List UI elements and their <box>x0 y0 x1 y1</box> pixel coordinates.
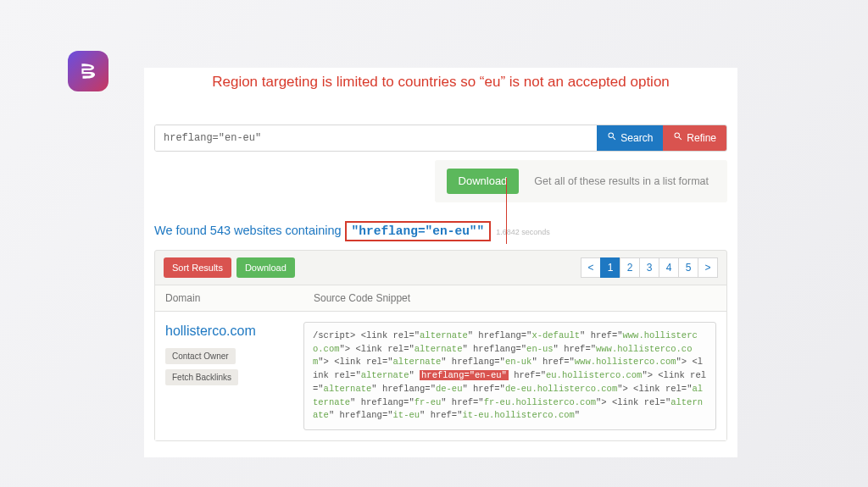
search-results-panel: Region targeting is limited to countries… <box>144 68 737 457</box>
search-button[interactable]: Search <box>597 125 663 151</box>
search-icon <box>673 131 683 144</box>
result-domain-link[interactable]: hollisterco.com <box>165 324 293 339</box>
results-summary-term: "hreflang="en-eu"" <box>345 221 492 241</box>
download-results-button[interactable]: Download <box>236 257 295 278</box>
annotation-pointer-line <box>506 178 507 244</box>
page-2[interactable]: 2 <box>620 257 640 278</box>
page-4[interactable]: 4 <box>659 257 679 278</box>
column-header-domain: Domain <box>155 285 303 311</box>
search-icon <box>607 131 617 144</box>
brand-logo <box>68 51 108 91</box>
refine-button[interactable]: Refine <box>663 125 726 151</box>
column-header-snippet: Source Code Snippet <box>303 285 420 311</box>
search-input[interactable] <box>155 125 597 151</box>
download-row: Download Get all of these results in a l… <box>435 160 727 202</box>
page-5[interactable]: 5 <box>678 257 698 278</box>
results-table: Sort Results Download <12345> Domain Sou… <box>154 250 727 441</box>
page-prev[interactable]: < <box>581 257 601 278</box>
download-hint: Get all of these results in a list forma… <box>534 175 709 187</box>
annotation-callout: Region targeting is limited to countries… <box>144 68 737 96</box>
results-summary: We found 543 websites containing "hrefla… <box>154 221 727 241</box>
source-code-snippet: /script> <link rel="alternate" hreflang=… <box>303 322 716 430</box>
table-row: hollisterco.com Contact Owner Fetch Back… <box>155 312 726 440</box>
fetch-backlinks-button[interactable]: Fetch Backlinks <box>165 369 238 385</box>
page-3[interactable]: 3 <box>639 257 659 278</box>
search-bar: Search Refine <box>154 125 727 152</box>
contact-owner-button[interactable]: Contact Owner <box>165 348 236 364</box>
sort-results-button[interactable]: Sort Results <box>164 257 231 278</box>
results-summary-time: 1.6842 seconds <box>496 228 550 236</box>
page-1[interactable]: 1 <box>600 257 620 278</box>
search-button-label: Search <box>620 132 653 144</box>
refine-button-label: Refine <box>687 132 716 144</box>
download-button[interactable]: Download <box>447 169 520 194</box>
pagination: <12345> <box>581 257 718 278</box>
results-summary-prefix: We found 543 websites containing <box>154 224 342 237</box>
page-next[interactable]: > <box>698 257 718 278</box>
